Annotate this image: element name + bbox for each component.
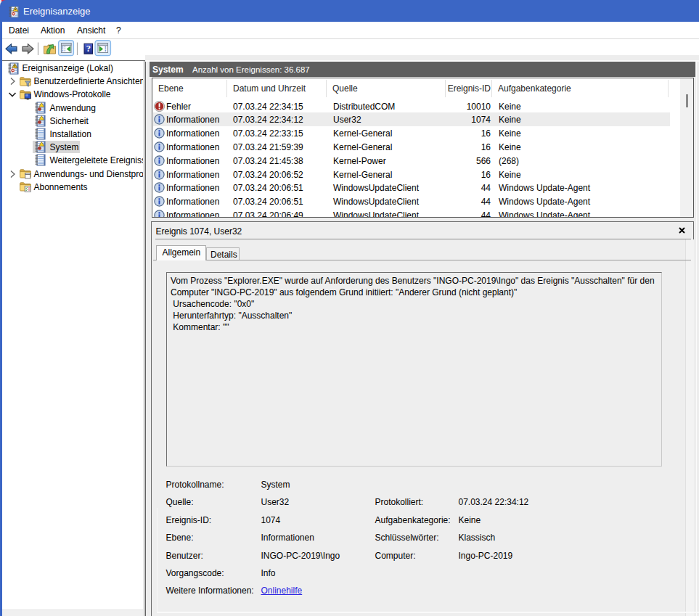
- svg-text:?: ?: [86, 44, 91, 54]
